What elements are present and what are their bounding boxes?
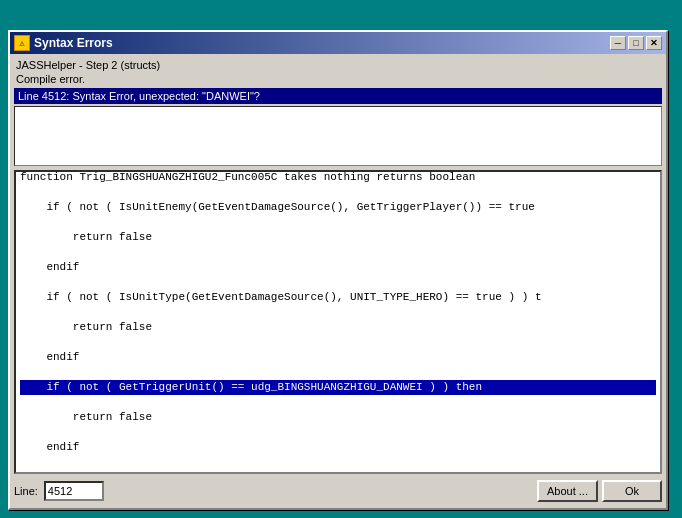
window-icon: ⚠ xyxy=(14,35,30,51)
error-preview-area xyxy=(14,106,662,166)
line-indicator: Line: xyxy=(14,481,104,501)
title-bar: ⚠ Syntax Errors ─ □ ✕ xyxy=(10,32,666,54)
code-line: function Trig_BINGSHUANGZHIGU2_Func005C … xyxy=(20,172,656,185)
button-group: About ... Ok xyxy=(537,480,662,502)
highlighted-line: if ( not ( GetTriggerUnit() == udg_BINGS… xyxy=(20,380,656,395)
maximize-button[interactable]: □ xyxy=(628,36,644,50)
code-line: if ( not ( IsUnitEnemy(GetEventDamageSou… xyxy=(20,200,656,215)
code-line: endif xyxy=(20,440,656,455)
syntax-errors-window: ⚠ Syntax Errors ─ □ ✕ JASSHelper - Step … xyxy=(8,30,668,510)
window-icon-symbol: ⚠ xyxy=(19,38,24,49)
code-line: return false xyxy=(20,230,656,245)
error-banner: Line 4512: Syntax Error, unexpected: "DA… xyxy=(14,88,662,104)
code-line: endif xyxy=(20,350,656,365)
jass-helper-info: JASSHelper - Step 2 (structs) xyxy=(14,58,662,72)
code-area[interactable]: //======================================… xyxy=(16,172,660,472)
bottom-bar: Line: About ... Ok xyxy=(14,478,662,504)
compile-error-info: Compile error. xyxy=(14,72,662,86)
line-label: Line: xyxy=(14,485,38,497)
about-button[interactable]: About ... xyxy=(537,480,598,502)
title-bar-left: ⚠ Syntax Errors xyxy=(14,35,113,51)
code-line: if ( not ( IsUnitType(GetEventDamageSour… xyxy=(20,290,656,305)
code-line: return false xyxy=(20,410,656,425)
line-input[interactable] xyxy=(44,481,104,501)
title-buttons: ─ □ ✕ xyxy=(610,36,662,50)
window-content: JASSHelper - Step 2 (structs) Compile er… xyxy=(10,54,666,508)
code-line: endif xyxy=(20,260,656,275)
minimize-button[interactable]: ─ xyxy=(610,36,626,50)
ok-button[interactable]: Ok xyxy=(602,480,662,502)
window-title: Syntax Errors xyxy=(34,36,113,50)
code-area-wrapper: //======================================… xyxy=(14,170,662,474)
close-button[interactable]: ✕ xyxy=(646,36,662,50)
code-line: return false xyxy=(20,320,656,335)
